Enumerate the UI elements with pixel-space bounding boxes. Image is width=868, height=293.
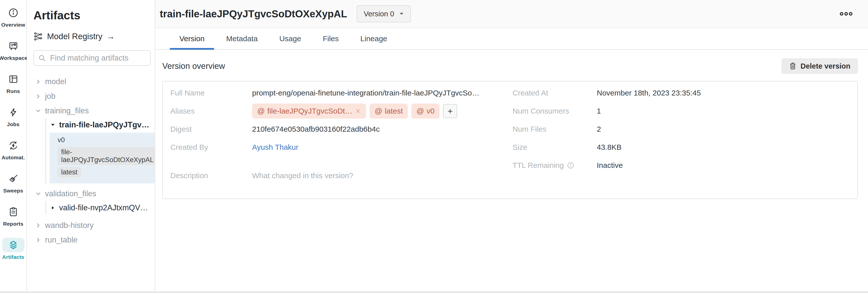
- tab-files[interactable]: Files: [313, 28, 348, 49]
- delete-version-button[interactable]: Delete version: [781, 58, 858, 74]
- full-name-label: Full Name: [170, 89, 252, 97]
- rail-item-overview[interactable]: Overview: [0, 5, 26, 39]
- rail-item-jobs[interactable]: Jobs: [0, 105, 26, 138]
- ellipsis-icon: [839, 11, 853, 16]
- chevron-right-icon: [35, 222, 41, 229]
- size-row: Size 43.8KB: [513, 138, 858, 156]
- rail-item-sweeps[interactable]: Sweeps: [0, 171, 26, 205]
- chevron-right-icon: [35, 93, 41, 100]
- version-tag: file-laeJPQyJTgvcSoDtOXeXypAL: [58, 147, 155, 165]
- tab-usage[interactable]: Usage: [270, 28, 311, 49]
- triangle-down-icon: [50, 122, 56, 127]
- arrow-right-icon: →: [106, 32, 115, 41]
- alias-chip-list: @ file-laeJPQyJTgvcSoDt… @ latest @ v0: [252, 104, 457, 119]
- rail-item-runs[interactable]: Runs: [0, 72, 26, 105]
- alias-text: v0: [427, 107, 435, 115]
- info-icon: [8, 7, 19, 18]
- rail-item-label: Artifacts: [2, 254, 24, 260]
- workspace-icon: [8, 41, 19, 51]
- ttl-value: Inactive: [597, 161, 623, 170]
- delete-version-label: Delete version: [801, 62, 850, 70]
- tree-group-validation-files[interactable]: validation_files: [33, 186, 155, 201]
- alias-chip[interactable]: @ file-laeJPQyJTgvcSoDt…: [252, 104, 366, 119]
- tree-artifact-valid-file[interactable]: valid-file-nvp2AJtxmQV…: [46, 201, 155, 215]
- add-alias-button[interactable]: +: [443, 104, 457, 118]
- rail-item-label: Reports: [3, 221, 23, 227]
- info-icon[interactable]: [567, 161, 575, 169]
- ttl-label-text: TTL Remaining: [513, 161, 564, 170]
- alias-chip[interactable]: @ v0: [411, 104, 439, 119]
- tab-label: Usage: [279, 34, 301, 43]
- caret-down-icon: [399, 12, 404, 15]
- tab-version[interactable]: Version: [170, 28, 214, 49]
- chevron-down-icon: [35, 190, 41, 197]
- version-selector[interactable]: Version 0: [357, 5, 411, 22]
- created-by-row: Created By Ayush Thakur: [170, 138, 513, 156]
- alias-text: file-laeJPQyJTgvcSoDt…: [267, 107, 352, 115]
- rail-item-workspace[interactable]: Workspace: [0, 39, 26, 72]
- tab-label: Lineage: [360, 34, 387, 43]
- tree-group-model[interactable]: model: [33, 74, 155, 89]
- tree-artifact-label: valid-file-nvp2AJtxmQV…: [59, 203, 148, 212]
- tree-group-label: job: [45, 92, 55, 101]
- close-icon[interactable]: [355, 108, 361, 114]
- model-registry-label: Model Registry: [47, 32, 102, 41]
- num-consumers-row: Num Consumers 1: [513, 102, 858, 120]
- alias-chip[interactable]: @ latest: [370, 104, 408, 119]
- description-input[interactable]: What changed in this version?: [252, 170, 353, 180]
- chevron-right-icon: [35, 237, 41, 243]
- artifact-search[interactable]: [33, 50, 151, 66]
- rail-item-label: Overview: [1, 22, 25, 28]
- tree-group-training-files[interactable]: training_files: [33, 104, 155, 118]
- selected-version-item[interactable]: v0 file-laeJPQyJTgvcSoDtOXeXypAL latest: [50, 133, 155, 183]
- layers-icon: [8, 240, 19, 250]
- tree-group-run-table[interactable]: run_table: [33, 233, 155, 247]
- search-icon: [38, 54, 46, 62]
- size-label: Size: [513, 143, 597, 151]
- tree-group-label: validation_files: [45, 189, 96, 198]
- version-tab-content: Version overview Delete version Full Nam…: [155, 50, 868, 293]
- num-files-value: 2: [597, 125, 601, 134]
- lightning-icon: [8, 107, 19, 118]
- artifact-title: train-file-laeJPQyJTgvcSoDtOXeXypAL: [160, 8, 347, 20]
- alias-at-prefix: @: [257, 107, 265, 115]
- digest-row: Digest 210fe674e0530afb903160f22adb6b4c: [170, 120, 513, 138]
- artifacts-sidebar: Artifacts Model Registry → model job tra…: [27, 0, 155, 293]
- alias-at-prefix: @: [375, 107, 382, 115]
- rail-item-reports[interactable]: Reports: [0, 205, 26, 238]
- alias-text: latest: [385, 107, 403, 115]
- rail-item-label: Jobs: [7, 121, 20, 127]
- left-nav-rail: Overview Workspace Runs Jobs Automat. Sw…: [0, 0, 27, 293]
- num-consumers-label: Num Consumers: [513, 107, 597, 115]
- tree-group-wandb-history[interactable]: wandb-history: [33, 218, 155, 233]
- rail-item-artifacts[interactable]: Artifacts: [0, 238, 26, 271]
- created-by-link[interactable]: Ayush Thakur: [252, 143, 299, 151]
- bottom-scrollbar-track[interactable]: [0, 291, 868, 293]
- overview-left-column: Full Name prompt-eng/openai-finetune-int…: [163, 84, 513, 188]
- add-alias-label: +: [447, 106, 453, 116]
- tree-artifact-label: train-file-laeJPQyJTgv…: [59, 120, 149, 130]
- model-registry-link[interactable]: Model Registry →: [33, 32, 155, 41]
- aliases-label: Aliases: [170, 107, 252, 115]
- overflow-menu-button[interactable]: [837, 9, 855, 19]
- size-value: 43.8KB: [597, 143, 621, 151]
- model-registry-icon: [33, 32, 43, 41]
- chevron-right-icon: [35, 78, 41, 85]
- num-files-label: Num Files: [513, 125, 597, 134]
- created-by-label: Created By: [170, 143, 252, 151]
- tab-metadata[interactable]: Metadata: [217, 28, 267, 49]
- broom-icon: [8, 173, 19, 184]
- tree-children-training-files: train-file-laeJPQyJTgv… v0 file-laeJPQyJ…: [45, 118, 155, 183]
- rail-item-label: Runs: [6, 88, 20, 94]
- search-input[interactable]: [50, 53, 146, 63]
- wandb-artifacts-app: Overview Workspace Runs Jobs Automat. Sw…: [0, 0, 868, 293]
- artifact-header: train-file-laeJPQyJTgvcSoDtOXeXypAL Vers…: [155, 0, 868, 28]
- tab-lineage[interactable]: Lineage: [351, 28, 397, 49]
- rail-item-automations[interactable]: Automat.: [0, 138, 26, 171]
- created-at-row: Created At November 18th, 2023 23:35:45: [513, 84, 858, 102]
- rail-item-label: Workspace: [0, 55, 27, 61]
- tab-label: Metadata: [226, 34, 258, 43]
- tree-group-job[interactable]: job: [33, 89, 155, 104]
- tree-artifact-train-file[interactable]: train-file-laeJPQyJTgv…: [46, 118, 155, 132]
- description-label: Description: [170, 170, 252, 180]
